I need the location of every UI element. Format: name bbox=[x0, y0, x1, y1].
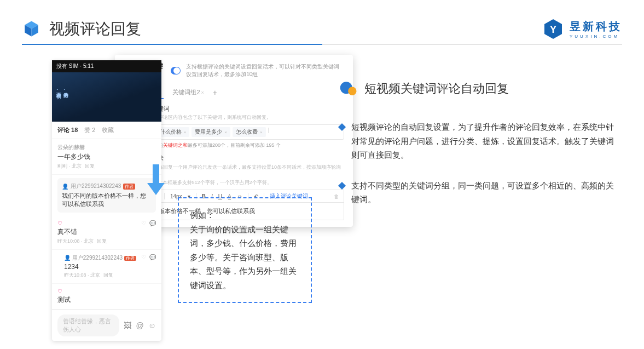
page-header: 视频评论回复 Y 昱新科技 YUUXIN.COM bbox=[0, 14, 644, 44]
tab-likes[interactable]: 赞 2 bbox=[84, 126, 95, 134]
phone-status-bar: 没有 SIM · 5:11 bbox=[52, 60, 161, 72]
comment-input[interactable]: 善语结善缘，恶言伤人心 bbox=[57, 314, 119, 336]
comment-text: 一年多少钱 bbox=[57, 152, 156, 162]
example-head: 例如： bbox=[190, 208, 300, 222]
comment-item: ♡💬 👤 用户2299214302243 作者 1234 昨天10:08 · 北… bbox=[52, 250, 161, 284]
keyword-chip[interactable]: 费用是多少× bbox=[192, 127, 230, 137]
logo-hex-icon: Y bbox=[542, 18, 564, 40]
reply-link[interactable]: 回复 bbox=[85, 163, 95, 170]
arrow-icon bbox=[145, 164, 167, 197]
svg-rect-5 bbox=[153, 164, 159, 183]
logo-text-cn: 昱新科技 bbox=[570, 19, 622, 34]
reply-icon[interactable]: 💬 bbox=[149, 254, 156, 260]
comment-item: ♡💬 ♡ 真不错 昨天10:08 · 北京回复 bbox=[52, 216, 161, 250]
like-icon[interactable]: ♡ bbox=[141, 254, 146, 260]
delete-icon[interactable]: 🗑 bbox=[334, 193, 339, 199]
author-badge: 作者 bbox=[124, 256, 136, 261]
reply-icon[interactable]: 💬 bbox=[149, 220, 156, 226]
tab-comments[interactable]: 评论 18 bbox=[57, 126, 78, 134]
example-callout: 例如： 关于询价的设置成一组关键词，多少钱、什么价格，费用多少等。关于咨询班型、… bbox=[178, 197, 312, 303]
comment-item: ♡ 测试 bbox=[52, 284, 161, 310]
user-icon: 👤 bbox=[62, 184, 68, 190]
emoji-icon[interactable]: ☺ bbox=[148, 321, 156, 330]
reply-link[interactable]: 回复 bbox=[103, 272, 113, 279]
header-divider bbox=[22, 44, 622, 45]
page-title: 视频评论回复 bbox=[49, 19, 141, 39]
feature-bullet: 支持不同类型的关键词分组，同一类问题，可设置多个相近的、高频的关键词。 bbox=[339, 179, 616, 207]
comment-preview-panel: 没有 SIM · 5:11 身的力有诗,而家心有诗,仿 评论 18 赞 2 收藏… bbox=[52, 60, 161, 341]
auto-reply-desc: 支持根据评论的关键词设置回复话术，可以针对不同类型关键词设置回复话术，最多添加1… bbox=[186, 63, 344, 78]
cube-icon bbox=[22, 19, 41, 38]
tab-favorites[interactable]: 收藏 bbox=[102, 126, 114, 134]
feature-bullet: 短视频评论的自动回复设置，为了提升作者的评论回复效率，在系统中针对常见的评论用户… bbox=[339, 120, 616, 162]
example-body: 关于询价的设置成一组关键词，多少钱、什么价格，费用多少等。关于咨询班型、版本、型… bbox=[190, 222, 300, 293]
logo-text-en: YUUXIN.COM bbox=[570, 34, 622, 39]
auto-reply-preview: 👤 用户2299214302243 作者 我们不同的版本价格不一样，您可以私信联… bbox=[57, 178, 156, 213]
description-panel: 短视频关键词评论自动回复 短视频评论的自动回复设置，为了提升作者的评论回复效率，… bbox=[339, 79, 616, 223]
add-group-button[interactable]: + bbox=[213, 88, 217, 97]
svg-text:Y: Y bbox=[550, 24, 556, 35]
svg-point-8 bbox=[348, 87, 356, 95]
at-icon[interactable]: @ bbox=[136, 321, 143, 330]
keyword-group-tab-2[interactable]: 关键词组2× bbox=[168, 86, 208, 99]
keyword-chip[interactable]: 怎么收费× bbox=[233, 127, 266, 137]
auto-reply-toggle[interactable] bbox=[171, 67, 181, 75]
reply-text: 我们不同的版本价格不一样，您可以私信联系我 bbox=[62, 192, 152, 208]
svg-marker-6 bbox=[147, 183, 165, 195]
image-icon[interactable]: 🖼 bbox=[124, 321, 131, 330]
author-badge: 作者 bbox=[123, 184, 135, 190]
reply-link[interactable]: 回复 bbox=[97, 238, 107, 245]
chat-bubble-icon bbox=[339, 79, 358, 98]
company-logo: Y 昱新科技 YUUXIN.COM bbox=[542, 18, 622, 40]
like-icon[interactable]: ♡ bbox=[141, 220, 146, 226]
commenter-name: 云朵的赫赫 bbox=[57, 144, 156, 151]
video-thumbnail: 身的力有诗,而家心有诗,仿 bbox=[52, 72, 161, 122]
section-subtitle: 短视频关键词评论自动回复 bbox=[364, 81, 509, 97]
user-icon: 👤 bbox=[64, 255, 71, 261]
close-icon[interactable]: × bbox=[201, 90, 204, 95]
